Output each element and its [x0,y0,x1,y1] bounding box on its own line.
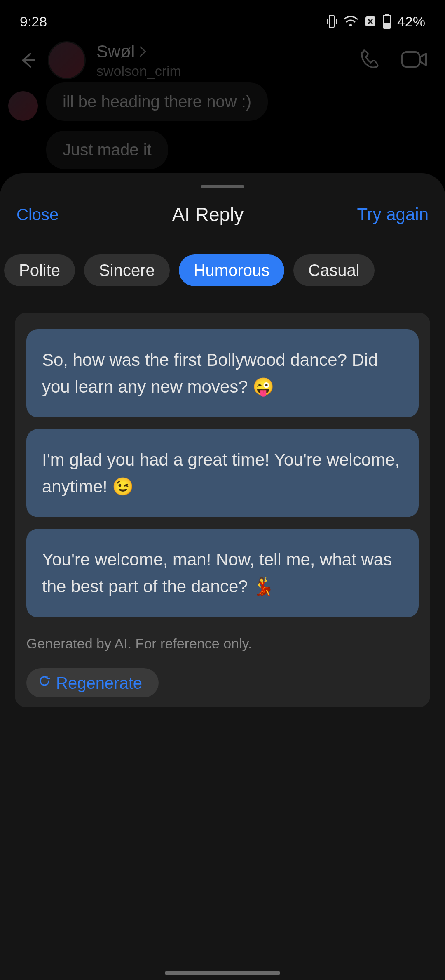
sheet-drag-handle[interactable] [201,185,244,188]
tone-humorous[interactable]: Humorous [179,254,285,286]
close-button[interactable]: Close [16,205,59,224]
message-bubble[interactable]: Just made it [46,131,168,169]
avatar[interactable] [48,41,86,79]
regenerate-button[interactable]: Regenerate [26,668,159,697]
svg-rect-9 [402,52,419,67]
battery-text: 42% [397,14,425,30]
refresh-icon [39,675,51,691]
sheet-title: AI Reply [172,203,244,226]
tone-pills: Polite Sincere Humorous Casual [0,254,445,286]
status-icons: 42% [326,14,425,30]
suggestion-item[interactable]: I'm glad you had a great time! You're we… [26,429,419,517]
message-bubble[interactable]: ill be heading there now :) [46,82,268,121]
video-button[interactable] [400,49,429,71]
call-button[interactable] [358,48,381,73]
chat-username: swolson_crim [96,63,349,79]
ai-reply-sheet: Close AI Reply Try again Polite Sincere … [0,173,445,980]
battery-icon [382,14,391,29]
svg-rect-0 [329,15,334,28]
suggestion-item[interactable]: You're welcome, man! Now, tell me, what … [26,529,419,617]
regenerate-label: Regenerate [56,674,142,693]
vibrate-icon [326,14,337,28]
tone-polite[interactable]: Polite [4,254,75,286]
home-indicator[interactable] [165,971,280,975]
svg-point-3 [349,24,352,26]
tone-sincere[interactable]: Sincere [84,254,170,286]
svg-rect-7 [384,23,390,28]
chat-header: Swøl swolson_crim [0,33,445,82]
try-again-button[interactable]: Try again [357,205,429,224]
chat-name: Swøl [96,42,135,61]
suggestions-container: So, how was the first Bollywood dance? D… [15,313,430,707]
suggestion-item[interactable]: So, how was the first Bollywood dance? D… [26,329,419,417]
status-bar: 9:28 42% [0,0,445,33]
tone-casual[interactable]: Casual [293,254,375,286]
message-avatar [8,91,38,121]
chat-title-block[interactable]: Swøl swolson_crim [96,42,349,79]
back-button[interactable] [16,49,40,72]
chevron-right-icon [139,45,147,58]
status-time: 9:28 [20,14,47,30]
signal-icon [364,15,377,28]
wifi-icon [343,15,358,28]
ai-disclaimer: Generated by AI. For reference only. [26,636,419,652]
